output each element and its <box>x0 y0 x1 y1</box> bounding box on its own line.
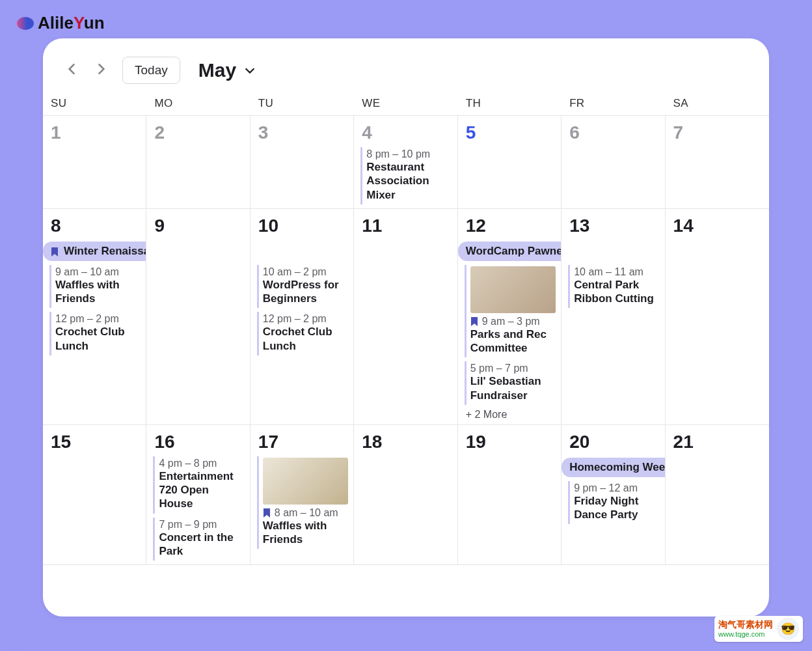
day-number: 13 <box>569 215 659 236</box>
day-number: 16 <box>154 432 244 452</box>
event-item[interactable]: 8 pm – 10 pmRestaurant Association Mixer <box>360 147 452 204</box>
month-selector[interactable]: May <box>198 59 257 81</box>
day-cell[interactable]: 20Homecoming Weekend9 pm – 12 amFriday N… <box>562 425 665 565</box>
event-title: Concert in the Park <box>159 531 244 559</box>
calendar-panel: Today May SUMOTUWETHFRSA 12348 pm – 10 p… <box>43 38 769 616</box>
more-events-link[interactable]: + 2 More <box>466 409 556 421</box>
day-cell[interactable]: 178 am – 10 amWaffles with Friends <box>250 425 354 565</box>
day-cell[interactable]: 18 <box>354 425 457 565</box>
banner-label: Homecoming Weekend <box>569 461 665 474</box>
event-title: Lil' Sebastian Fundraiser <box>470 374 556 402</box>
watermark-text: 淘气哥素材网 <box>718 620 773 630</box>
event-thumbnail <box>263 458 348 505</box>
chevron-left-icon <box>64 61 81 77</box>
event-title: Friday Night Dance Party <box>574 494 659 522</box>
weekday-label: TU <box>250 97 354 110</box>
event-item[interactable]: 8 am – 10 amWaffles with Friends <box>257 456 348 549</box>
day-cell[interactable]: 164 pm – 8 pmEntertainment 720 Open Hous… <box>146 425 250 565</box>
day-cell[interactable]: 6 <box>562 116 665 209</box>
banner-label: WordCamp Pawnee <box>466 245 562 258</box>
brand-text-pre: Alile <box>38 13 74 33</box>
day-number: 15 <box>51 432 141 452</box>
event-time: 5 pm – 7 pm <box>470 363 556 374</box>
event-title: Entertainment 720 Open House <box>159 469 244 511</box>
day-cell[interactable]: 3 <box>250 116 354 209</box>
next-month-button[interactable] <box>90 58 112 83</box>
event-item[interactable]: 10 am – 2 pmWordPress for Beginners <box>257 265 348 309</box>
event-thumbnail <box>470 266 556 313</box>
event-item[interactable]: 4 pm – 8 pmEntertainment 720 Open House <box>153 456 244 514</box>
day-cell[interactable]: 15 <box>43 425 146 565</box>
event-title: Central Park Ribbon Cutting <box>574 278 659 306</box>
day-cell[interactable]: 8Winter Renaissance Fair9 am – 10 amWaff… <box>43 209 146 425</box>
event-time: 10 am – 2 pm <box>263 266 348 278</box>
today-button[interactable]: Today <box>122 57 180 84</box>
calendar-grid: 12348 pm – 10 pmRestaurant Association M… <box>43 115 769 565</box>
day-cell[interactable]: 21 <box>666 425 769 565</box>
weekday-label: TH <box>458 97 562 110</box>
day-cell[interactable]: 2 <box>146 116 250 209</box>
event-item[interactable]: 5 pm – 7 pmLil' Sebastian Fundraiser <box>465 361 556 405</box>
calendar-toolbar: Today May <box>43 57 769 97</box>
day-number: 19 <box>466 432 556 452</box>
day-cell[interactable]: 19 <box>458 425 562 565</box>
day-number: 2 <box>154 122 244 143</box>
multi-day-event-banner[interactable]: Winter Renaissance Fair <box>43 242 146 261</box>
event-title: Waffles with Friends <box>55 278 141 306</box>
watermark-avatar: 😎 <box>777 618 799 640</box>
day-cell[interactable]: 9 <box>146 209 250 425</box>
day-number: 3 <box>258 122 348 143</box>
day-cell[interactable]: 5 <box>458 116 562 209</box>
event-time: 10 am – 11 am <box>574 266 659 278</box>
weekday-label: WE <box>354 97 457 110</box>
day-cell[interactable]: 48 pm – 10 pmRestaurant Association Mixe… <box>354 116 457 209</box>
weekday-label: SA <box>666 97 769 110</box>
day-number: 18 <box>362 432 452 452</box>
day-cell[interactable]: 11 <box>354 209 457 425</box>
multi-day-event-banner[interactable]: Homecoming Weekend <box>562 458 665 477</box>
day-number: 4 <box>362 122 452 143</box>
event-item[interactable]: 12 pm – 2 pmCrochet Club Lunch <box>49 312 141 355</box>
banner-label: Winter Renaissance Fair <box>64 245 146 258</box>
event-time: 9 am – 3 pm <box>482 316 540 327</box>
brand-logo: AlileYun <box>17 13 804 33</box>
prev-month-button[interactable] <box>61 58 83 83</box>
watermark: 淘气哥素材网 www.tqge.com 😎 <box>714 616 803 642</box>
weekday-label: MO <box>146 97 250 110</box>
event-item[interactable]: 12 pm – 2 pmCrochet Club Lunch <box>257 312 348 355</box>
day-number: 14 <box>673 215 764 236</box>
day-cell[interactable]: 7 <box>666 116 769 209</box>
day-number: 1 <box>51 122 141 143</box>
event-title: Restaurant Association Mixer <box>366 160 452 202</box>
event-time: 4 pm – 8 pm <box>159 458 244 469</box>
day-cell[interactable]: 14 <box>666 209 769 425</box>
event-item[interactable]: 10 am – 11 amCentral Park Ribbon Cutting <box>568 265 659 309</box>
event-item[interactable]: 9 pm – 12 amFriday Night Dance Party <box>568 481 659 525</box>
event-title: Parks and Rec Committee <box>470 327 556 355</box>
brand-text-y: Y <box>74 13 84 33</box>
watermark-url: www.tqge.com <box>718 630 773 638</box>
day-cell[interactable]: 1310 am – 11 amCentral Park Ribbon Cutti… <box>562 209 665 425</box>
event-title: Waffles with Friends <box>263 519 348 547</box>
multi-day-event-banner[interactable]: WordCamp Pawnee <box>458 242 562 261</box>
day-number: 5 <box>466 122 556 143</box>
day-number: 12 <box>466 215 556 236</box>
day-number: 10 <box>258 215 348 236</box>
bookmark-icon <box>51 247 59 256</box>
event-time: 9 am – 10 am <box>55 266 141 278</box>
day-cell[interactable]: 12WordCamp Pawnee9 am – 3 pmParks and Re… <box>458 209 562 425</box>
event-time: 8 am – 10 am <box>275 507 338 519</box>
day-number: 9 <box>154 215 244 236</box>
bookmark-icon <box>470 317 478 326</box>
event-item[interactable]: 9 am – 3 pmParks and Rec Committee <box>465 265 556 358</box>
day-cell[interactable]: 1 <box>43 116 146 209</box>
brand-text-post: un <box>84 13 105 33</box>
weekday-header: SUMOTUWETHFRSA <box>43 97 769 115</box>
chevron-right-icon <box>92 61 109 77</box>
day-number: 21 <box>673 432 764 452</box>
event-item[interactable]: 9 am – 10 amWaffles with Friends <box>49 265 141 309</box>
day-number: 7 <box>673 122 764 143</box>
day-cell[interactable]: 1010 am – 2 pmWordPress for Beginners12 … <box>250 209 354 425</box>
event-time: 7 pm – 9 pm <box>159 519 244 531</box>
event-item[interactable]: 7 pm – 9 pmConcert in the Park <box>153 518 244 561</box>
